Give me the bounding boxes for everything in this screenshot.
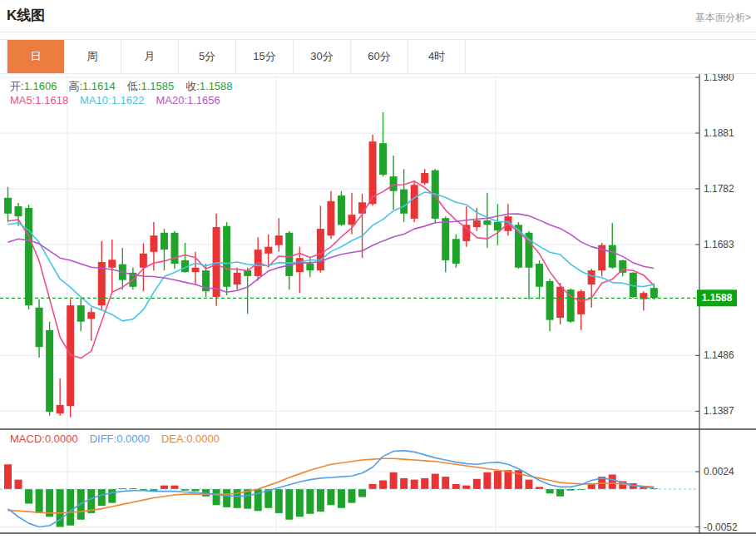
svg-text:1.1387: 1.1387 bbox=[704, 405, 734, 417]
legend-label: 开: bbox=[10, 80, 24, 92]
tab-5分[interactable]: 5分 bbox=[179, 40, 236, 73]
ohlc-legend: 开:1.1606高:1.1614低:1.1585收:1.1588 bbox=[10, 79, 245, 94]
legend-label: 低: bbox=[127, 80, 141, 92]
legend-label: MA5: bbox=[10, 94, 35, 106]
legend-value: 0.0000 bbox=[186, 433, 220, 445]
legend-value: 1.1656 bbox=[187, 94, 220, 106]
legend-item: 高:1.1614 bbox=[68, 80, 115, 92]
legend-item: MA20:1.1656 bbox=[156, 94, 220, 106]
svg-text:-0.0052: -0.0052 bbox=[704, 522, 738, 533]
tab-周[interactable]: 周 bbox=[64, 40, 121, 73]
legend-item: MACD:0.0000 bbox=[10, 433, 78, 445]
legend-item: 开:1.1606 bbox=[10, 80, 57, 92]
tab-4时[interactable]: 4时 bbox=[408, 40, 466, 73]
legend-value: 1.1606 bbox=[24, 80, 57, 92]
interval-tabs: 日周月5分15分30分60分4时 bbox=[7, 40, 466, 73]
macd-legend: MACD:0.0000DIFF:0.0000DEA:0.0000 bbox=[10, 433, 231, 445]
svg-text:1.1782: 1.1782 bbox=[704, 183, 734, 195]
ma-legend: MA5:1.1618MA10:1.1622MA20:1.1656 bbox=[10, 94, 232, 106]
legend-label: DEA: bbox=[161, 433, 186, 445]
tab-30分[interactable]: 30分 bbox=[294, 40, 351, 73]
legend-item: 低:1.1585 bbox=[127, 80, 174, 92]
legend-value: 0.0000 bbox=[45, 433, 78, 445]
legend-label: MA20: bbox=[156, 94, 187, 106]
tab-bar: 日周月5分15分30分60分4时 bbox=[0, 39, 756, 74]
legend-value: 1.1588 bbox=[200, 80, 233, 92]
legend-item: MA10:1.1622 bbox=[80, 94, 144, 106]
tab-日[interactable]: 日 bbox=[7, 40, 64, 73]
legend-item: DIFF:0.0000 bbox=[90, 433, 150, 445]
svg-text:0.0024: 0.0024 bbox=[704, 466, 734, 477]
legend-label: MA10: bbox=[80, 94, 111, 106]
tab-15分[interactable]: 15分 bbox=[236, 40, 294, 73]
svg-text:1.1683: 1.1683 bbox=[704, 239, 734, 250]
legend-label: 高: bbox=[68, 80, 82, 92]
legend-label: DIFF: bbox=[90, 433, 117, 445]
legend-item: 收:1.1588 bbox=[185, 80, 232, 92]
legend-value: 1.1614 bbox=[82, 80, 116, 92]
tab-60分[interactable]: 60分 bbox=[351, 40, 408, 73]
kline-page: K线图 基本面分析> 1.19801.18811.17821.16831.148… bbox=[0, 0, 756, 539]
legend-label: MACD: bbox=[10, 433, 45, 445]
legend-value: 1.1585 bbox=[141, 80, 174, 92]
svg-text:1.1881: 1.1881 bbox=[704, 127, 734, 139]
legend-label: 收: bbox=[185, 80, 200, 92]
legend-value: 1.1622 bbox=[111, 94, 145, 106]
tab-月[interactable]: 月 bbox=[121, 40, 179, 73]
legend-item: MA5:1.1618 bbox=[10, 94, 68, 106]
legend-value: 1.1618 bbox=[35, 94, 68, 106]
legend-value: 0.0000 bbox=[116, 433, 150, 445]
svg-text:1.1486: 1.1486 bbox=[704, 349, 734, 361]
legend-item: DEA:0.0000 bbox=[161, 433, 220, 445]
svg-text:1.1588: 1.1588 bbox=[702, 292, 733, 304]
